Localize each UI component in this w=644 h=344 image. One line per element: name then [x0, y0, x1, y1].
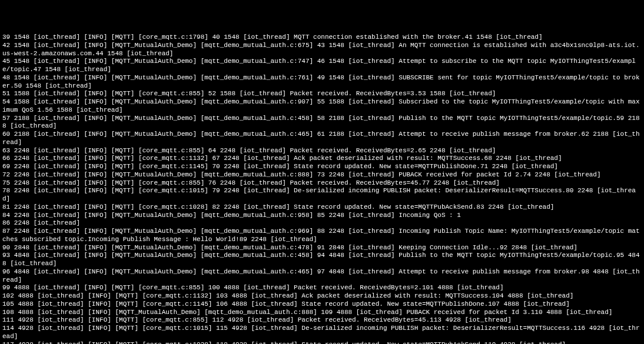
log-line: 51 1588 [iot_thread] [INFO] [MQTT] [core… — [2, 90, 496, 97]
log-line: 111 4928 [iot_thread] [INFO] [MQTT] [cor… — [2, 316, 512, 323]
log-line: 105 4888 [iot_thread] [INFO] [MQTT] [cor… — [2, 300, 570, 308]
log-line: 78 2248 [iot_thread] [INFO] [MQTT] [core… — [2, 187, 636, 202]
log-line: 60 2188 [iot_thread] [INFO] [MQTT_Mutual… — [2, 131, 640, 146]
log-line: 84 2248 [iot_thread] [INFO] [MQTT_Mutual… — [2, 212, 461, 219]
log-line: 102 4888 [iot_thread] [INFO] [MQTT] [cor… — [2, 292, 573, 299]
log-line: 117 4928 [iot_thread] [INFO] [MQTT] [cor… — [2, 341, 566, 345]
log-line: 81 2248 [iot_thread] [INFO] [MQTT] [core… — [2, 203, 554, 211]
log-line: 75 2248 [iot_thread] [INFO] [MQTT] [core… — [2, 179, 500, 186]
log-line: 66 2248 [iot_thread] [INFO] [MQTT] [core… — [2, 155, 562, 162]
log-line: 45 1548 [iot_thread] [INFO] [MQTT_Mutual… — [2, 58, 636, 73]
log-line: 114 4928 [iot_thread] [INFO] [MQTT] [cor… — [2, 325, 640, 340]
log-line: 72 2248 [iot_thread] [INFO] [MQTT_Mutual… — [2, 171, 601, 178]
log-line: 87 2248 [iot_thread] [INFO] [MQTT_Mutual… — [2, 228, 640, 243]
log-line: 48 1548 [iot_thread] [INFO] [MQTT_Mutual… — [2, 74, 640, 89]
log-line: 108 4888 [iot_thread] [INFO] [MQTT_Mutua… — [2, 309, 612, 316]
terminal-output[interactable]: 39 1548 [iot_thread] [INFO] [MQTT] [core… — [2, 34, 642, 344]
log-line: 90 2848 [iot_thread] [INFO] [MQTT_Mutual… — [2, 244, 577, 251]
log-line: 96 4848 [iot_thread] [INFO] [MQTT_Mutual… — [2, 268, 640, 283]
log-line: 42 1548 [iot_thread] [INFO] [MQTT_Mutual… — [2, 42, 640, 57]
log-line: 93 4848 [iot_thread] [INFO] [MQTT_Mutual… — [2, 252, 640, 267]
log-line: 99 4888 [iot_thread] [INFO] [MQTT] [core… — [2, 284, 504, 291]
log-line: 63 2248 [iot_thread] [INFO] [MQTT] [core… — [2, 147, 496, 154]
log-line: 86 2248 [iot_thread] — [2, 219, 80, 226]
log-line: 39 1548 [iot_thread] [INFO] [MQTT] [core… — [2, 34, 543, 41]
log-line: 54 1588 [iot_thread] [INFO] [MQTT_Mutual… — [2, 98, 640, 113]
log-line: 57 2188 [iot_thread] [INFO] [MQTT_Mutual… — [2, 115, 640, 130]
log-line: 69 2248 [iot_thread] [INFO] [MQTT] [core… — [2, 163, 558, 170]
